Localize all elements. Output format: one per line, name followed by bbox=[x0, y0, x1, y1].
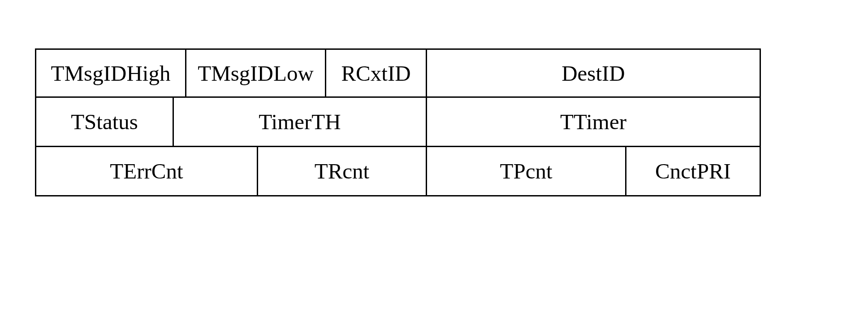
field-trcnt: TRcnt bbox=[258, 147, 427, 196]
field-tmsgidhigh: TMsgIDHigh bbox=[35, 48, 186, 98]
field-layout-table: TMsgIDHigh TMsgIDLow RCxtID DestID TStat… bbox=[35, 48, 761, 196]
field-terrcnt: TErrCnt bbox=[35, 147, 258, 196]
table-row: TMsgIDHigh TMsgIDLow RCxtID DestID bbox=[35, 48, 761, 98]
field-destid: DestID bbox=[427, 48, 761, 98]
field-timerth: TimerTH bbox=[174, 98, 427, 147]
field-tpcnt: TPcnt bbox=[427, 147, 626, 196]
field-cnctpri: CnctPRI bbox=[626, 147, 761, 196]
table-row: TErrCnt TRcnt TPcnt CnctPRI bbox=[35, 147, 761, 196]
table-row: TStatus TimerTH TTimer bbox=[35, 98, 761, 147]
field-ttimer: TTimer bbox=[427, 98, 761, 147]
field-tstatus: TStatus bbox=[35, 98, 174, 147]
field-rcxtid: RCxtID bbox=[326, 48, 427, 98]
field-tmsgidlow: TMsgIDLow bbox=[186, 48, 326, 98]
